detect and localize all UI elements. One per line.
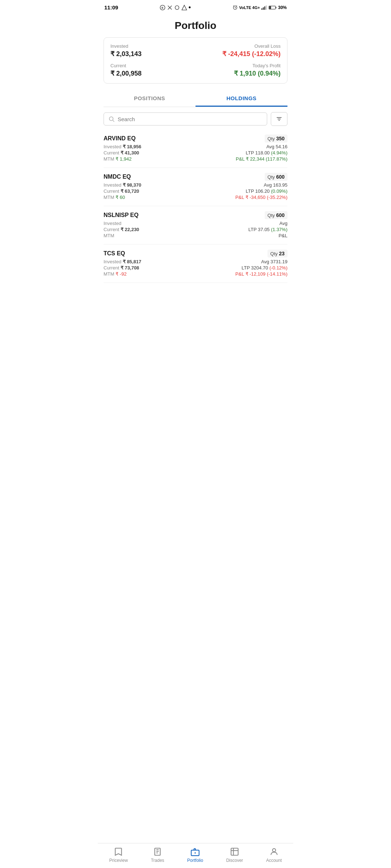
nav-trades[interactable]: Trades <box>151 847 164 863</box>
current-value: ₹ 2,00,958 <box>110 69 142 77</box>
overall-loss-label: Overall Loss <box>255 43 281 49</box>
holding-item-nslnisp-eq[interactable]: NSLNISP EQ Qty 600 Invested Avg Current … <box>104 206 287 244</box>
svg-rect-16 <box>276 7 276 8</box>
bottom-nav: Priceview Trades Portfolio Discover Acco… <box>98 843 293 868</box>
holding-row-current: Current ₹ 22,230 LTP 37.05 (1.37%) <box>104 227 287 232</box>
svg-rect-11 <box>261 8 262 10</box>
svg-point-4 <box>175 5 179 9</box>
briefcase-icon <box>190 847 200 856</box>
alarm-icon <box>232 5 238 10</box>
page-title: Portfolio <box>98 13 293 37</box>
holding-row-current: Current ₹ 41,300 LTP 118.00 (4.94%) <box>104 150 287 156</box>
search-row <box>98 107 293 129</box>
status-right-icons: VoLTE 4G+ 30% <box>232 5 287 10</box>
qty-badge: Qty 350 <box>265 135 287 142</box>
holding-row-current: Current ₹ 73,708 LTP 3204.70 (-0.12%) <box>104 265 287 271</box>
nav-portfolio[interactable]: Portfolio <box>187 847 203 863</box>
holding-name: TCS EQ <box>104 250 125 257</box>
nav-account-label: Account <box>266 858 282 863</box>
signal-bars-icon <box>261 5 267 10</box>
overall-loss-value: ₹ -24,415 (-12.02%) <box>222 50 281 58</box>
svg-marker-5 <box>182 5 186 10</box>
summary-card: Invested ₹ 2,03,143 Overall Loss ₹ -24,4… <box>104 37 287 84</box>
holding-header: NSLNISP EQ Qty 600 <box>104 211 287 219</box>
holding-header: TCS EQ Qty 23 <box>104 250 287 258</box>
invested-value: ₹ 2,03,143 <box>110 50 142 58</box>
current-col: Current ₹ 2,00,958 <box>110 63 142 77</box>
svg-rect-17 <box>269 6 271 9</box>
qty-badge: Qty 23 <box>268 250 287 258</box>
clipboard-icon <box>153 847 162 856</box>
bookmark-icon <box>114 847 123 856</box>
nav-priceview-label: Priceview <box>109 858 128 863</box>
svg-rect-12 <box>263 7 264 10</box>
svg-rect-29 <box>231 848 238 855</box>
tab-positions[interactable]: POSITIONS <box>104 91 196 107</box>
extra-icon <box>174 5 180 10</box>
summary-row-2: Current ₹ 2,00,958 Today's Profit ₹ 1,91… <box>110 63 281 77</box>
holding-row-invested: Invested ₹ 85,817 Avg 3731.19 <box>104 259 287 264</box>
svg-line-10 <box>236 6 237 7</box>
tabs: POSITIONS HOLDINGS <box>104 91 287 107</box>
signal-icon <box>167 5 173 10</box>
location-icon <box>181 5 187 10</box>
holding-row-mtm: MTM ₹ 60 P&L ₹ -34,650 (-35.22%) <box>104 195 287 200</box>
battery-label: 30% <box>278 5 287 10</box>
search-icon <box>108 116 115 122</box>
invested-label: Invested <box>110 43 142 49</box>
search-input-wrapper[interactable] <box>104 112 267 125</box>
svg-line-9 <box>233 6 234 7</box>
holding-row-invested: Invested Avg <box>104 221 287 226</box>
holding-row-mtm: MTM P&L <box>104 233 287 238</box>
filter-icon <box>276 115 283 123</box>
todays-profit-value: ₹ 1,910 (0.94%) <box>234 69 281 77</box>
status-time: 11:09 <box>104 4 118 10</box>
nav-account[interactable]: Account <box>266 847 282 863</box>
holding-header: NMDC EQ Qty 600 <box>104 173 287 181</box>
invested-col: Invested ₹ 2,03,143 <box>110 43 142 58</box>
holding-item-tcs-eq[interactable]: TCS EQ Qty 23 Invested ₹ 85,817 Avg 3731… <box>104 244 287 283</box>
filter-button[interactable] <box>271 112 287 126</box>
nav-trades-label: Trades <box>151 858 164 863</box>
svg-rect-14 <box>266 5 267 10</box>
svg-point-32 <box>272 848 276 852</box>
nav-discover[interactable]: Discover <box>226 847 243 863</box>
svg-line-8 <box>235 8 236 8</box>
nav-discover-label: Discover <box>226 858 243 863</box>
holding-name: ARVIND EQ <box>104 135 136 142</box>
holding-row-invested: Invested ₹ 98,370 Avg 163.95 <box>104 182 287 188</box>
holding-header: ARVIND EQ Qty 350 <box>104 135 287 142</box>
todays-profit-col: Today's Profit ₹ 1,910 (0.94%) <box>234 63 281 77</box>
qty-badge: Qty 600 <box>265 173 287 181</box>
overall-loss-col: Overall Loss ₹ -24,415 (-12.02%) <box>222 43 281 58</box>
current-label: Current <box>110 63 142 68</box>
status-bar: 11:09 B • VoLTE 4G+ 30% <box>98 0 293 13</box>
person-icon <box>269 847 279 856</box>
svg-point-18 <box>109 117 113 121</box>
summary-row-1: Invested ₹ 2,03,143 Overall Loss ₹ -24,4… <box>110 43 281 58</box>
svg-rect-13 <box>264 6 265 9</box>
qty-badge: Qty 600 <box>265 211 287 219</box>
nav-portfolio-label: Portfolio <box>187 858 203 863</box>
holding-item-nmdc-eq[interactable]: NMDC EQ Qty 600 Invested ₹ 98,370 Avg 16… <box>104 168 287 206</box>
holdings-list: ARVIND EQ Qty 350 Invested ₹ 18,956 Avg … <box>98 129 293 283</box>
holding-row-mtm: MTM ₹ 1,942 P&L ₹ 22,344 (117.87%) <box>104 156 287 162</box>
holding-row-invested: Invested ₹ 18,956 Avg 54.16 <box>104 144 287 149</box>
dot-icon: • <box>189 4 191 11</box>
todays-profit-label: Today's Profit <box>252 63 281 68</box>
holding-item-arvind-eq[interactable]: ARVIND EQ Qty 350 Invested ₹ 18,956 Avg … <box>104 129 287 168</box>
holding-name: NMDC EQ <box>104 174 131 180</box>
notification-icon: B <box>160 5 165 10</box>
search-input[interactable] <box>118 116 262 122</box>
svg-line-19 <box>113 120 114 122</box>
holding-row-current: Current ₹ 63,720 LTP 106.20 (0.09%) <box>104 188 287 194</box>
tab-holdings[interactable]: HOLDINGS <box>196 91 287 107</box>
status-icons: B • <box>160 4 191 11</box>
holding-row-mtm: MTM ₹ -92 P&L ₹ -12,109 (-14.11%) <box>104 271 287 277</box>
discover-icon <box>230 847 239 856</box>
holding-name: NSLNISP EQ <box>104 212 139 218</box>
svg-text:B: B <box>161 6 163 9</box>
network-label: VoLTE 4G+ <box>239 5 260 10</box>
battery-icon <box>269 5 277 10</box>
nav-priceview[interactable]: Priceview <box>109 847 128 863</box>
